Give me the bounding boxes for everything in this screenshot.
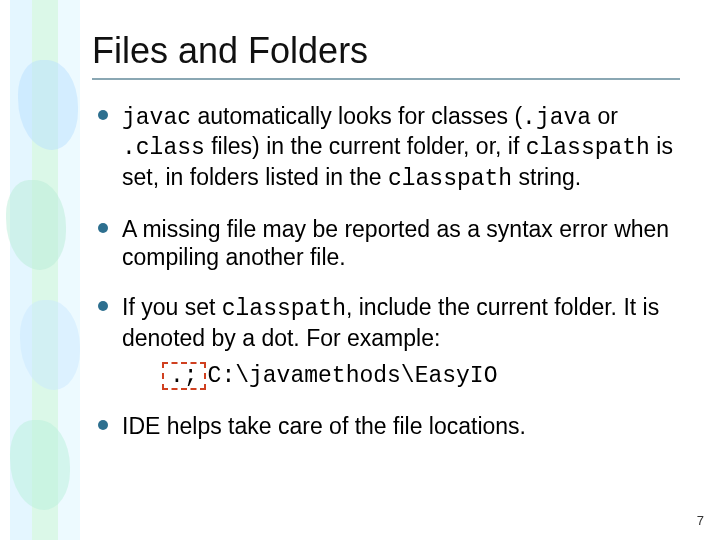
code-text: classpath xyxy=(526,135,650,161)
body-text: automatically looks for classes ( xyxy=(191,103,522,129)
body-text: If you set xyxy=(122,294,222,320)
slide-title: Files and Folders xyxy=(92,30,680,72)
highlight-box: .; xyxy=(162,362,206,390)
code-text: classpath xyxy=(222,296,346,322)
code-text: C:\javamethods\EasyIO xyxy=(208,362,498,390)
code-text: .java xyxy=(522,105,591,131)
list-item: IDE helps take care of the file location… xyxy=(92,412,680,440)
bullet-list: javac automatically looks for classes (.… xyxy=(92,102,680,441)
body-text: string. xyxy=(512,164,581,190)
code-text: classpath xyxy=(388,166,512,192)
title-underline xyxy=(92,78,680,80)
list-item: javac automatically looks for classes (.… xyxy=(92,102,680,193)
example-row: .;C:\javamethods\EasyIO xyxy=(162,362,680,390)
slide-content: Files and Folders javac automatically lo… xyxy=(0,0,720,540)
body-text: files) in the current folder, or, if xyxy=(205,133,526,159)
list-item: A missing file may be reported as a synt… xyxy=(92,215,680,272)
code-text: .class xyxy=(122,135,205,161)
code-text: javac xyxy=(122,105,191,131)
list-item: If you set classpath, include the curren… xyxy=(92,293,680,390)
body-text: or xyxy=(591,103,618,129)
